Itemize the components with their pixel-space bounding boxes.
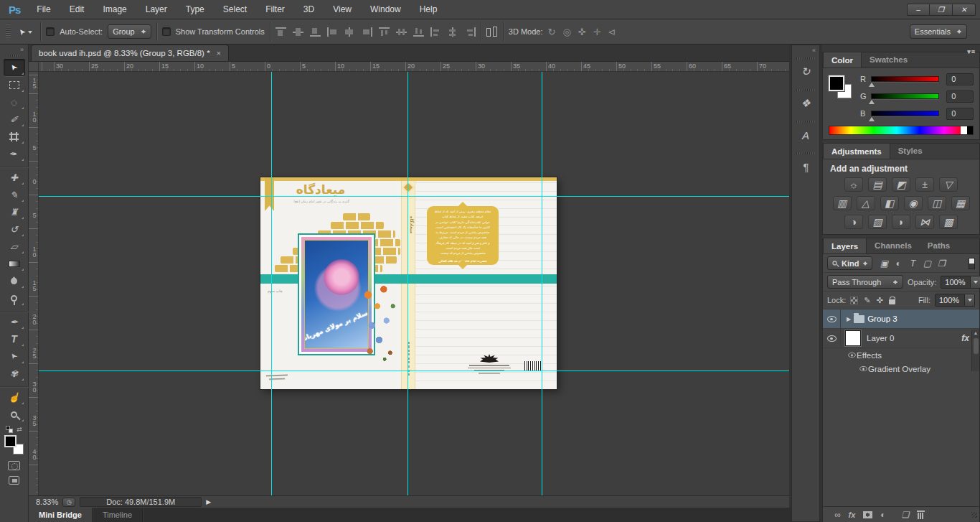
ruler-origin-corner[interactable] [29,62,39,72]
custom-shape-tool[interactable]: ✾ [4,365,25,382]
align-top-edges-icon[interactable] [275,27,286,37]
filter-shape-layers-icon[interactable]: ▢ [920,258,934,269]
channel-slider[interactable] [871,111,939,116]
close-button[interactable]: ✕ [953,4,976,16]
screen-mode-icon[interactable] [9,476,19,485]
auto-select-checkbox[interactable] [46,27,55,36]
brightness-contrast-icon[interactable]: ☼ [844,177,863,192]
channel-slider[interactable] [871,93,939,99]
align-bottom-edges-icon[interactable] [310,27,321,37]
close-tab-icon[interactable]: × [217,49,221,57]
menu-edit[interactable]: Edit [60,0,94,19]
align-horizontal-centers-icon[interactable] [344,27,355,37]
foreground-color-swatch[interactable] [4,435,17,447]
lock-transparency-icon[interactable] [850,297,858,304]
move-tool[interactable]: ➤ [4,59,25,76]
lock-all-icon[interactable] [889,299,895,304]
menu-help[interactable]: Help [410,0,447,19]
eye-icon[interactable] [848,353,855,358]
vertical-ruler[interactable]: 151050510152025303540 [29,72,39,495]
black-white-icon[interactable]: ◧ [880,196,899,210]
canvas-pasteboard[interactable]: میعادگاه گذری بر زندگانی در عصر امام زما… [39,72,789,495]
rectangular-marquee-tool[interactable] [4,76,25,93]
status-menu-arrow-icon[interactable]: ▶ [206,498,211,505]
filter-adjustment-layers-icon[interactable]: ◐ [891,258,905,269]
3d-drag-icon[interactable]: ✜ [578,27,586,37]
pen-tool[interactable]: ✒ [4,313,25,330]
expand-panels-icon[interactable]: « [812,45,819,54]
curves-icon[interactable]: ◩ [892,177,910,192]
restore-button[interactable]: ❐ [930,4,953,16]
swap-colors-icon[interactable]: ⇄ [17,426,22,433]
color-balance-icon[interactable]: △ [857,196,875,210]
color-lookup-icon[interactable]: ▦ [951,196,970,210]
panel-foreground-swatch[interactable] [829,75,844,91]
layer-style-icon[interactable]: fx [849,511,856,519]
fill-dropdown-icon[interactable] [965,294,975,307]
opacity-field[interactable]: 100% [941,276,980,289]
document-tab[interactable]: book uvad ih.psd @ 8.33% (Group 3, RGB/8… [31,45,229,61]
layer-fx-badge[interactable]: fx [961,333,969,343]
layer-row-effects[interactable]: Effects [823,348,979,362]
vibrance-icon[interactable]: ▽ [939,177,958,192]
align-right-edges-icon[interactable] [362,27,372,37]
layer-filter-kind-dropdown[interactable]: Kind [827,256,872,270]
expand-group-icon[interactable]: ▶ [847,316,851,322]
slider-thumb[interactable] [869,80,875,87]
layer-row-group-3[interactable]: ▶ Group 3 [823,309,979,329]
channel-value-field[interactable]: 0 [946,73,974,85]
document-canvas[interactable]: میعادگاه گذری بر زندگانی در عصر امام زما… [260,177,557,389]
new-adjustment-layer-icon[interactable]: ◐ [880,510,885,520]
current-tool-icon[interactable]: ➤ [16,26,35,38]
posterize-icon[interactable]: ▨ [868,215,887,229]
channel-value-field[interactable]: 0 [946,90,974,103]
quick-mask-icon[interactable] [8,461,20,470]
threshold-icon[interactable]: ◗ [892,215,910,229]
auto-select-dropdown[interactable]: Group [108,24,151,39]
menu-image[interactable]: Image [93,0,136,19]
opacity-dropdown-icon[interactable] [971,276,980,289]
path-selection-tool[interactable]: ➤ [4,348,25,365]
fill-field[interactable]: 100% [935,294,975,307]
menu-type[interactable]: Type [176,0,214,19]
layers-panel-menu-icon[interactable]: ▾≡ [967,48,976,55]
default-colors-icon[interactable] [6,426,13,433]
3d-slide-icon[interactable]: ✛ [593,27,601,37]
lasso-tool[interactable]: ◌ [4,93,25,111]
align-left-edges-icon[interactable] [327,27,338,37]
brush-tool[interactable]: ✎ [4,186,25,203]
lock-paint-icon[interactable]: ✎ [864,296,870,305]
layers-scrollbar[interactable]: ▲ [971,330,979,371]
menu-3d[interactable]: 3D [294,0,324,19]
hand-tool[interactable]: ☝ [4,388,25,406]
delete-layer-icon[interactable] [917,511,925,519]
align-vertical-centers-icon[interactable] [293,27,303,37]
visibility-toggle[interactable] [823,329,841,348]
filter-smart-objects-icon[interactable]: ❐ [934,258,948,269]
layer-row-layer-0[interactable]: Layer 0 fx [823,329,979,348]
history-brush-tool[interactable]: ↺ [4,220,25,238]
menu-select[interactable]: Select [214,0,256,19]
zoom-level-field[interactable]: 8.33% [36,498,58,506]
3d-rotate-icon[interactable]: ↻ [548,27,556,37]
menu-file[interactable]: File [27,0,60,19]
blur-tool[interactable] [4,272,25,289]
photo-filter-icon[interactable]: ◉ [904,196,923,210]
gradient-tool[interactable] [4,255,25,272]
blend-mode-dropdown[interactable]: Pass Through [827,275,903,289]
layer-filter-toggle[interactable] [969,258,975,269]
dodge-tool[interactable] [4,289,25,307]
exposure-icon[interactable]: ± [915,177,934,192]
slider-thumb[interactable] [869,97,875,104]
channel-mixer-icon[interactable]: ◫ [928,196,946,210]
filter-pixel-layers-icon[interactable]: ▣ [877,258,891,269]
layer-row-gradient-overlay[interactable]: Gradient Overlay [823,362,979,376]
auto-align-layers-icon[interactable] [486,27,498,37]
spot-healing-brush-tool[interactable]: ✚ [4,169,25,186]
distribute-right-edges-icon[interactable] [465,27,476,37]
channel-slider[interactable] [871,76,939,82]
clone-stamp-tool[interactable]: ♜ [4,203,25,220]
menu-layer[interactable]: Layer [136,0,176,19]
gradient-map-icon[interactable]: ▩ [939,215,958,229]
3d-scale-icon[interactable]: ⊲ [608,27,616,37]
